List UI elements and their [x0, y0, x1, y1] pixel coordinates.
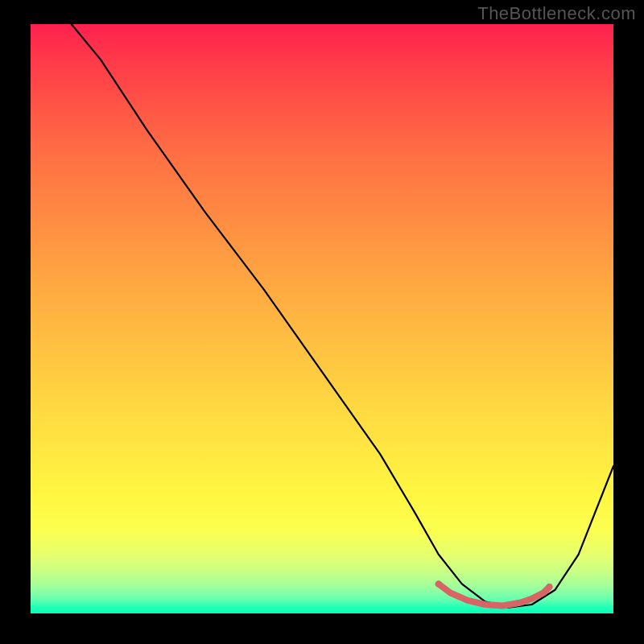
svg-point-1: [546, 584, 552, 590]
watermark-text: TheBottleneck.com: [477, 3, 636, 24]
chart-frame: TheBottleneck.com: [0, 0, 644, 644]
svg-point-0: [436, 580, 442, 587]
plot-area: [31, 24, 613, 613]
curve-layer: [31, 24, 613, 613]
bottleneck-curve: [72, 24, 613, 608]
